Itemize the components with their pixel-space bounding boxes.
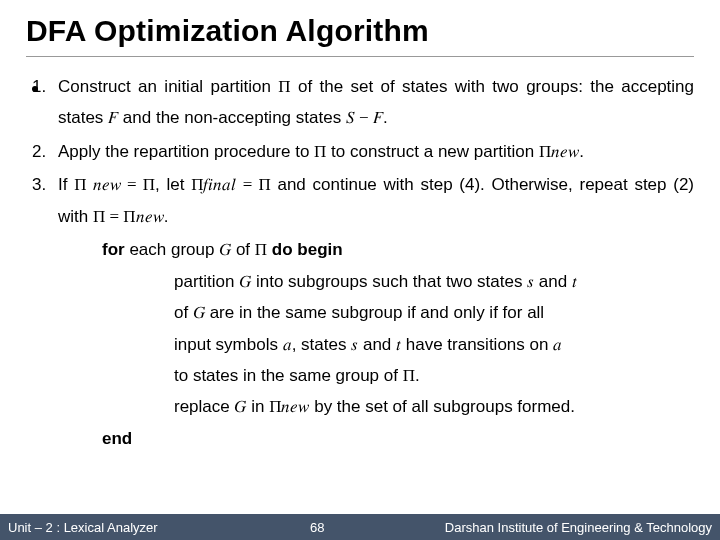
- math-symbol: 𝐺: [234, 397, 246, 416]
- math-symbol: Π𝑛𝑒𝑤: [269, 397, 309, 416]
- math-symbol: 𝑆 − 𝐹: [346, 108, 383, 127]
- math-symbol: Π𝑓𝑖𝑛𝑎𝑙 = Π: [191, 175, 271, 194]
- text: of: [174, 303, 193, 322]
- footer-unit: Unit – 2 : Lexical Analyzer: [0, 520, 158, 535]
- math-symbol: 𝑎: [283, 335, 292, 354]
- step-2: 2. Apply the repartition procedure to Π …: [32, 136, 694, 167]
- step-number: 1.: [32, 71, 58, 134]
- text: .: [164, 207, 169, 226]
- text: to states in the same group of: [174, 366, 403, 385]
- keyword: end: [102, 429, 132, 448]
- math-symbol: 𝑎: [553, 335, 562, 354]
- math-symbol: 𝐹: [108, 108, 118, 127]
- bullet-icon: [32, 86, 38, 92]
- math-symbol: Π 𝑛𝑒𝑤 = Π: [74, 175, 155, 194]
- math-symbol: Π: [278, 77, 290, 96]
- math-symbol: Π = Π𝑛𝑒𝑤: [93, 207, 164, 226]
- algo-body-line: of 𝐺 are in the same subgroup if and onl…: [32, 297, 694, 328]
- text: .: [579, 142, 584, 161]
- step-number: 2.: [32, 136, 58, 167]
- footer-institute: Darshan Institute of Engineering & Techn…: [445, 520, 712, 535]
- slide-content: 1. Construct an initial partition Π of t…: [26, 71, 694, 454]
- math-symbol: 𝐺: [193, 303, 205, 322]
- footer-page-number: 68: [310, 520, 324, 535]
- text: and: [534, 272, 572, 291]
- algo-body-line: input symbols 𝑎, states 𝑠 and 𝑡 have tra…: [32, 329, 694, 360]
- text: Construct an initial partition: [58, 77, 278, 96]
- step-text: If Π 𝑛𝑒𝑤 = Π, let Π𝑓𝑖𝑛𝑎𝑙 = Π and continu…: [58, 169, 694, 232]
- keyword: do begin: [272, 240, 343, 259]
- keyword: for: [102, 240, 125, 259]
- text: are in the same subgroup if and only if …: [205, 303, 544, 322]
- footer: Unit – 2 : Lexical Analyzer 68 Darshan I…: [0, 514, 720, 540]
- slide-title: DFA Optimization Algorithm: [26, 14, 694, 57]
- slide: DFA Optimization Algorithm 1. Construct …: [0, 0, 720, 540]
- text: by the set of all subgroups formed.: [309, 397, 575, 416]
- text: , states: [292, 335, 352, 354]
- text: of: [231, 240, 255, 259]
- algo-body-line: to states in the same group of Π.: [32, 360, 694, 391]
- math-symbol: Π: [255, 240, 267, 259]
- math-symbol: 𝑡: [572, 272, 577, 291]
- algo-body-line: partition 𝐺 into subgroups such that two…: [32, 266, 694, 297]
- math-symbol: Π: [403, 366, 415, 385]
- text: to construct a new partition: [326, 142, 539, 161]
- text: each group: [125, 240, 220, 259]
- text: have transitions on: [401, 335, 553, 354]
- algo-body-line: replace 𝐺 in Π𝑛𝑒𝑤 by the set of all subg…: [32, 391, 694, 422]
- text: and: [358, 335, 396, 354]
- text: into subgroups such that two states: [251, 272, 527, 291]
- text: Apply the repartition procedure to: [58, 142, 314, 161]
- algo-for-line: for each group 𝐺 of Π do begin: [32, 234, 694, 265]
- math-symbol: 𝐺: [219, 240, 231, 259]
- math-symbol: Π: [314, 142, 326, 161]
- text: in: [246, 397, 269, 416]
- math-symbol: 𝐺: [239, 272, 251, 291]
- algo-end-line: end: [32, 423, 694, 454]
- text: input symbols: [174, 335, 283, 354]
- math-symbol: Π𝑛𝑒𝑤: [539, 142, 579, 161]
- step-3: 3. If Π 𝑛𝑒𝑤 = Π, let Π𝑓𝑖𝑛𝑎𝑙 = Π and cont…: [32, 169, 694, 232]
- text: partition: [174, 272, 239, 291]
- text: and the non-accepting states: [118, 108, 346, 127]
- step-number: 3.: [32, 169, 58, 232]
- step-1: 1. Construct an initial partition Π of t…: [32, 71, 694, 134]
- step-text: Apply the repartition procedure to Π to …: [58, 136, 694, 167]
- text: .: [383, 108, 388, 127]
- text: , let: [155, 175, 191, 194]
- text: If: [58, 175, 74, 194]
- text: replace: [174, 397, 234, 416]
- text: .: [415, 366, 420, 385]
- step-text: Construct an initial partition Π of the …: [58, 71, 694, 134]
